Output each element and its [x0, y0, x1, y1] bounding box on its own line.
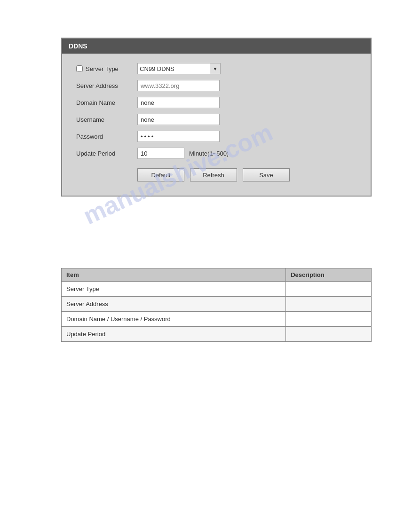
domain-name-label: Domain Name: [76, 99, 137, 106]
table-cell-value: [286, 282, 372, 297]
update-period-row: Update Period Minute(1~500): [76, 148, 357, 159]
table-cell-label: Server Address: [62, 297, 286, 312]
server-type-row: Server Type CN99 DDNS NO-IP DDNS DynDNS …: [76, 63, 357, 74]
username-row: Username: [76, 114, 357, 125]
update-period-label: Update Period: [76, 150, 137, 157]
ddns-body: Server Type CN99 DDNS NO-IP DDNS DynDNS …: [62, 54, 371, 196]
server-type-label-container: Server Type: [76, 65, 137, 72]
table-cell-value: [286, 327, 372, 342]
username-label: Username: [76, 116, 137, 123]
enable-checkbox[interactable]: [76, 65, 83, 72]
save-button[interactable]: Save: [243, 168, 290, 181]
server-type-select-wrapper: CN99 DDNS NO-IP DDNS DynDNS ▼: [137, 63, 221, 74]
table-cell-value: [286, 312, 372, 327]
button-row: Default Refresh Save: [76, 168, 357, 181]
table-row: Server Type: [62, 282, 372, 297]
password-row: Password: [76, 131, 357, 142]
table-cell-label: Domain Name / Username / Password: [62, 312, 286, 327]
server-type-label: Server Type: [86, 65, 119, 72]
table-header-description: Description: [286, 268, 372, 282]
ddns-title: DDNS: [69, 42, 87, 50]
server-address-row: Server Address: [76, 80, 357, 91]
password-label: Password: [76, 133, 137, 140]
table-header-row: Item Description: [62, 268, 372, 282]
domain-name-row: Domain Name: [76, 97, 357, 108]
ddns-header: DDNS: [62, 39, 371, 54]
table-row: Update Period: [62, 327, 372, 342]
table-cell-label: Server Type: [62, 282, 286, 297]
update-period-input[interactable]: [137, 148, 184, 159]
update-period-unit: Minute(1~500): [189, 150, 229, 157]
table-row: Server Address: [62, 297, 372, 312]
server-address-label: Server Address: [76, 82, 137, 89]
table-cell-label: Update Period: [62, 327, 286, 342]
default-button[interactable]: Default: [137, 168, 184, 181]
password-input[interactable]: [137, 131, 220, 142]
select-arrow-icon[interactable]: ▼: [210, 63, 221, 74]
server-type-select[interactable]: CN99 DDNS NO-IP DDNS DynDNS: [137, 63, 210, 74]
domain-name-input[interactable]: [137, 97, 220, 108]
ddns-panel: DDNS Server Type CN99 DDNS NO-IP DDNS Dy…: [61, 38, 372, 197]
username-input[interactable]: [137, 114, 220, 125]
refresh-button[interactable]: Refresh: [190, 168, 237, 181]
table-header-item: Item: [62, 268, 286, 282]
server-type-label-with-check: Server Type: [76, 65, 137, 72]
info-table: Item Description Server Type Server Addr…: [61, 268, 372, 342]
table-row: Domain Name / Username / Password: [62, 312, 372, 327]
table-section: Item Description Server Type Server Addr…: [61, 268, 372, 342]
server-address-input[interactable]: [137, 80, 220, 91]
table-cell-value: [286, 297, 372, 312]
